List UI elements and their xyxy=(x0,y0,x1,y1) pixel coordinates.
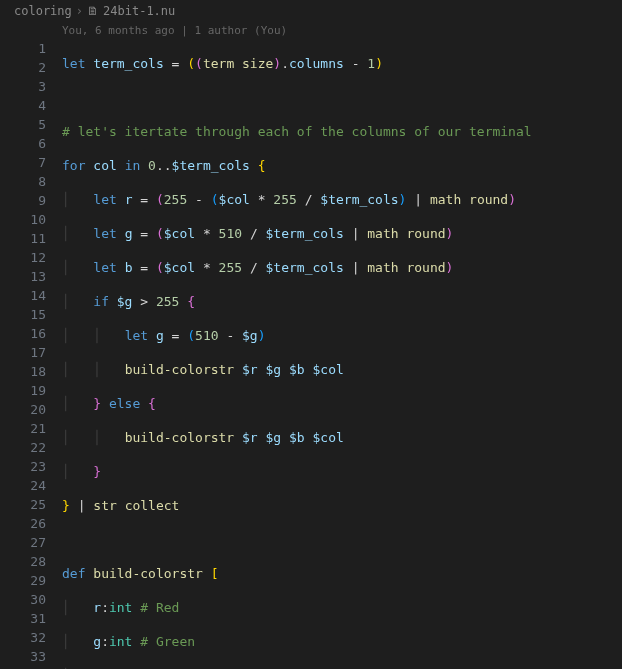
chevron-right-icon: › xyxy=(76,4,83,18)
code-editor[interactable]: 1234567891011121314151617181920212223242… xyxy=(0,39,622,669)
git-blame-annotation: You, 6 months ago | 1 author (You) xyxy=(0,22,622,39)
code-content[interactable]: let term_cols = ((term size).columns - 1… xyxy=(62,39,622,669)
line-number-gutter: 1234567891011121314151617181920212223242… xyxy=(0,39,62,669)
breadcrumb[interactable]: coloring › 🗎 24bit-1.nu xyxy=(0,0,622,22)
breadcrumb-folder[interactable]: coloring xyxy=(14,4,72,18)
breadcrumb-file[interactable]: 24bit-1.nu xyxy=(103,4,175,18)
file-icon: 🗎 xyxy=(87,4,99,18)
